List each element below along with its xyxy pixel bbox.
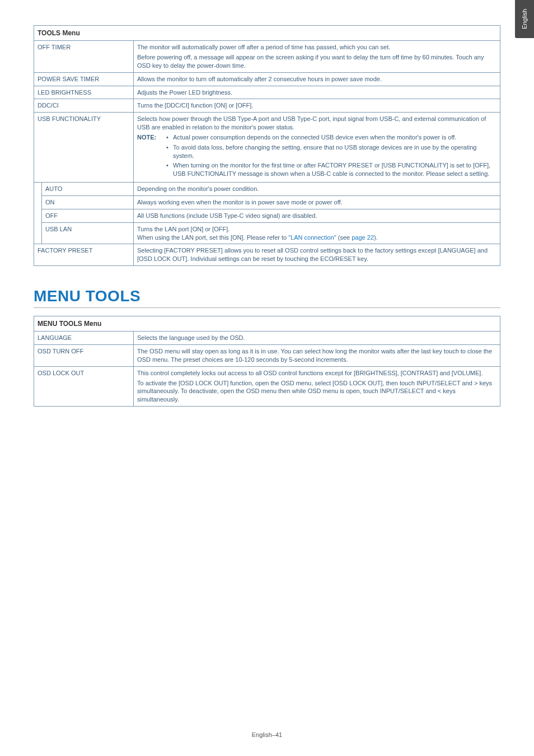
language-tab-text: English (521, 9, 528, 29)
led-brightness-desc: Adjusts the Power LED brightness. (134, 86, 500, 99)
indent (34, 209, 42, 222)
usb-func-b2: To avoid data loss, before changing the … (166, 143, 496, 160)
ddcci-desc: Turns the [DDC/CI] function [ON] or [OFF… (134, 99, 500, 113)
usb-functionality-label: USB FUNCTIONALITY (34, 113, 134, 183)
osd-turn-off-desc: The OSD menu will stay open as long as i… (134, 345, 500, 367)
auto-desc: Depending on the monitor's power conditi… (134, 183, 500, 196)
auto-label: AUTO (42, 183, 134, 196)
osd-lock-out-desc: This control completely locks out access… (134, 366, 500, 406)
off-timer-p2: Before powering off, a message will appe… (137, 53, 496, 70)
usb-func-b1: Actual power consumption depends on the … (173, 134, 456, 141)
tools-menu-table: TOOLS Menu OFF TIMER The monitor will au… (34, 25, 500, 266)
osd-lock-out-label: OSD LOCK OUT (34, 366, 134, 406)
usb-lan-p2b: (see (336, 234, 352, 241)
off-label: OFF (42, 209, 134, 222)
usb-lan-p2c: ). (374, 234, 378, 241)
usb-func-p1: Selects how power through the USB Type-A… (137, 115, 496, 132)
factory-preset-desc: Selecting [FACTORY PRESET] allows you to… (134, 244, 500, 266)
off-desc: All USB functions (include USB Type-C vi… (134, 209, 500, 222)
divider (34, 307, 500, 308)
ddcci-label: DDC/CI (34, 99, 134, 113)
indent (34, 222, 42, 244)
usb-lan-p1: Turns the LAN port [ON] or [OFF]. (137, 225, 496, 234)
factory-preset-label: FACTORY PRESET (34, 244, 134, 266)
off-timer-desc: The monitor will automatically power off… (134, 41, 500, 73)
off-timer-label: OFF TIMER (34, 41, 134, 73)
note-label: NOTE: (137, 133, 166, 142)
page-22-link[interactable]: page 22 (352, 234, 374, 241)
on-desc: Always working even when the monitor is … (134, 196, 500, 209)
osd-lock-out-p2: To activate the [OSD LOCK OUT] function,… (137, 379, 496, 404)
menu-tools-heading: MENU TOOLS (34, 287, 500, 305)
usb-lan-label: USB LAN (42, 222, 134, 244)
menu-tools-header: MENU TOOLS Menu (34, 316, 500, 332)
language-tab: English (515, 0, 534, 38)
indent (34, 196, 42, 209)
off-timer-p1: The monitor will automatically power off… (137, 43, 496, 52)
usb-lan-desc: Turns the LAN port [ON] or [OFF]. When u… (134, 222, 500, 244)
power-save-timer-desc: Allows the monitor to turn off automatic… (134, 72, 500, 86)
usb-functionality-desc: Selects how power through the USB Type-A… (134, 113, 500, 183)
usb-lan-p2: When using the LAN port, set this [ON]. … (137, 234, 496, 242)
menu-tools-table: MENU TOOLS Menu LANGUAGE Selects the lan… (34, 316, 500, 407)
usb-func-b3: When turning on the monitor for the firs… (166, 161, 496, 178)
led-brightness-label: LED BRIGHTNESS (34, 86, 134, 99)
on-label: ON (42, 196, 134, 209)
indent (34, 183, 42, 196)
language-desc: Selects the language used by the OSD. (134, 332, 500, 345)
usb-lan-p2a: When using the LAN port, set this [ON]. … (137, 234, 288, 241)
power-save-timer-label: POWER SAVE TIMER (34, 72, 134, 86)
lan-connection-link[interactable]: "LAN connection" (288, 234, 336, 241)
tools-header: TOOLS Menu (34, 26, 500, 41)
page-footer: English–41 (0, 731, 534, 738)
osd-lock-out-p1: This control completely locks out access… (137, 369, 496, 377)
osd-turn-off-label: OSD TURN OFF (34, 345, 134, 367)
language-label: LANGUAGE (34, 332, 134, 345)
